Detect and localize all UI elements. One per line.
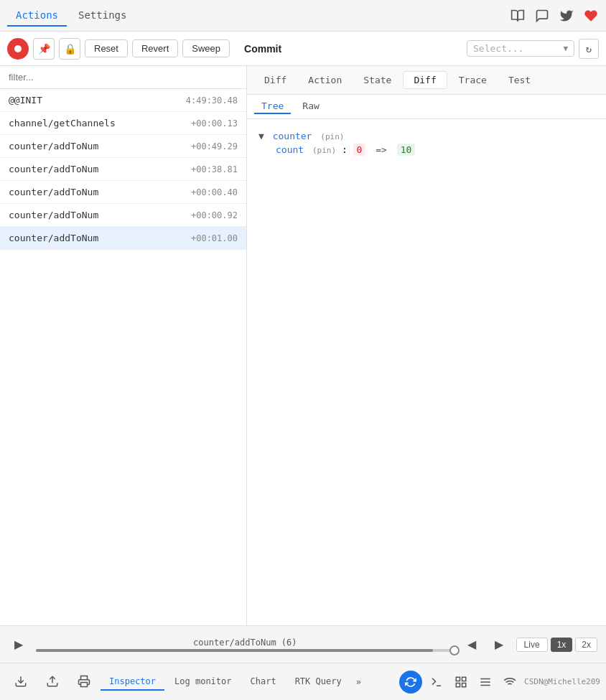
twitter-icon[interactable]: [559, 8, 574, 24]
action-name: counter/addToNum: [9, 210, 98, 220]
progress-fill: [36, 649, 433, 652]
lock-button[interactable]: 🔒: [59, 38, 80, 60]
tab-settings[interactable]: Settings: [70, 5, 135, 27]
diff-content: ▼ counter (pin) count (pin) : 0 => 10: [247, 119, 606, 625]
top-nav-icons: [510, 8, 599, 24]
old-value: 0: [353, 144, 366, 156]
subtab-raw[interactable]: Raw: [295, 99, 326, 114]
record-button[interactable]: [7, 38, 29, 60]
action-name: counter/addToNum: [9, 233, 98, 243]
bottom-nav-upload[interactable]: [37, 672, 67, 692]
select-placeholder: Select...: [473, 43, 560, 54]
sweep-button[interactable]: Sweep: [182, 39, 230, 57]
speed-1x-button[interactable]: 1x: [551, 638, 573, 652]
left-panel: @@INIT4:49:30.48channel/getChannels+00:0…: [0, 66, 247, 625]
subtab-tree[interactable]: Tree: [254, 99, 291, 114]
bottom-nav-download[interactable]: [6, 672, 36, 692]
filter-input[interactable]: [0, 66, 246, 89]
progress-bar: ▶ counter/addToNum (6) ◀ ▶ Live 1x 2x: [0, 625, 606, 663]
action-item[interactable]: channel/getChannels+00:00.13: [0, 112, 246, 135]
live-button[interactable]: Live: [516, 638, 548, 652]
commit-button[interactable]: Commit: [234, 40, 292, 57]
pin-button[interactable]: 📌: [33, 38, 55, 60]
bottom-nav-print[interactable]: [69, 672, 99, 692]
tab-trace[interactable]: Trace: [449, 72, 497, 88]
action-list: @@INIT4:49:30.48channel/getChannels+00:0…: [0, 89, 246, 625]
rtk-query-label: RTK Query: [295, 676, 342, 686]
signal-icon[interactable]: [500, 672, 520, 692]
root-key: counter: [273, 131, 312, 141]
select-dropdown[interactable]: Select... ▼: [467, 40, 574, 57]
terminal-icon[interactable]: [426, 672, 447, 692]
expand-arrow[interactable]: ▼: [258, 131, 264, 141]
action-time: 4:49:30.48: [186, 95, 238, 106]
action-name: counter/addToNum: [9, 164, 98, 174]
tab-test[interactable]: Test: [498, 72, 541, 88]
svg-rect-6: [462, 677, 466, 681]
action-time: +00:38.81: [191, 164, 238, 174]
tab-diff[interactable]: Diff: [403, 71, 447, 89]
action-name: counter/addToNum: [9, 141, 98, 151]
action-item[interactable]: counter/addToNum+00:38.81: [0, 158, 246, 181]
speed-2x-button[interactable]: 2x: [575, 638, 597, 652]
play-button[interactable]: ▶: [9, 635, 29, 655]
child-pin: (pin): [312, 146, 336, 155]
child-key: count: [276, 144, 304, 155]
action-item[interactable]: counter/addToNum+00:00.40: [0, 181, 246, 204]
speed-group: Live 1x 2x: [516, 638, 597, 652]
action-time: +00:00.13: [191, 118, 238, 129]
next-button[interactable]: ▶: [489, 635, 509, 655]
action-time: +00:00.40: [191, 187, 238, 197]
diff-section-label: Diff: [254, 72, 297, 88]
bottom-nav-log-monitor[interactable]: Log monitor: [166, 673, 240, 691]
bottom-nav-right: CSDN@Michelle209: [399, 671, 600, 694]
svg-rect-3: [81, 682, 88, 686]
main-layout: @@INIT4:49:30.48channel/getChannels+00:0…: [0, 66, 606, 625]
svg-rect-7: [462, 683, 466, 686]
grid-icon[interactable]: [451, 672, 471, 692]
tab-actions[interactable]: Actions: [7, 5, 67, 27]
diff-child-item: count (pin) : 0 => 10: [276, 144, 595, 155]
bottom-nav-more[interactable]: »: [352, 674, 365, 690]
chevron-down-icon: ▼: [563, 44, 568, 53]
chat-icon[interactable]: [534, 8, 550, 24]
progress-label: counter/addToNum (6): [36, 638, 454, 648]
right-tab-bar: Diff Action State Diff Trace Test: [247, 66, 606, 95]
right-panel: Diff Action State Diff Trace Test Tree R…: [247, 66, 606, 625]
toolbar: 📌 🔒 Reset Revert Sweep Commit Select... …: [0, 32, 606, 66]
tab-action[interactable]: Action: [298, 72, 352, 88]
top-nav-tabs: Actions Settings: [7, 5, 135, 27]
diff-root-item: ▼ counter (pin): [258, 128, 595, 144]
action-time: +00:49.29: [191, 141, 238, 151]
diff-arrow-symbol: =>: [376, 144, 387, 155]
svg-rect-8: [456, 683, 460, 686]
root-pin: (pin): [320, 132, 344, 141]
user-badge: CSDN@Michelle209: [524, 677, 600, 686]
svg-point-0: [14, 45, 22, 52]
bottom-nav-rtk-query[interactable]: RTK Query: [286, 673, 350, 691]
log-monitor-label: Log monitor: [174, 676, 231, 686]
progress-bar-row: [36, 649, 454, 652]
bottom-nav: Inspector Log monitor Chart RTK Query » …: [0, 663, 606, 700]
action-item[interactable]: counter/addToNum+00:49.29: [0, 135, 246, 158]
bottom-nav-inspector[interactable]: Inspector: [101, 673, 164, 691]
new-value: 10: [397, 144, 416, 156]
grid2-icon[interactable]: [475, 672, 495, 692]
progress-thumb[interactable]: [449, 645, 460, 655]
action-item[interactable]: @@INIT4:49:30.48: [0, 89, 246, 112]
bottom-nav-chart[interactable]: Chart: [242, 673, 285, 691]
revert-button[interactable]: Revert: [132, 39, 178, 57]
action-item[interactable]: counter/addToNum+00:00.92: [0, 204, 246, 227]
sync-button[interactable]: [399, 671, 422, 694]
action-item[interactable]: counter/addToNum+00:01.00: [0, 227, 246, 250]
heart-icon[interactable]: [583, 8, 599, 24]
action-name: @@INIT: [9, 95, 42, 106]
prev-button[interactable]: ◀: [462, 635, 482, 655]
refresh-button[interactable]: ↻: [579, 39, 599, 59]
progress-track[interactable]: [36, 649, 454, 652]
book-icon[interactable]: [510, 8, 526, 24]
reset-button[interactable]: Reset: [85, 39, 128, 57]
tab-state[interactable]: State: [353, 72, 401, 88]
subtab-bar: Tree Raw: [247, 95, 606, 119]
chart-label: Chart: [251, 676, 276, 686]
